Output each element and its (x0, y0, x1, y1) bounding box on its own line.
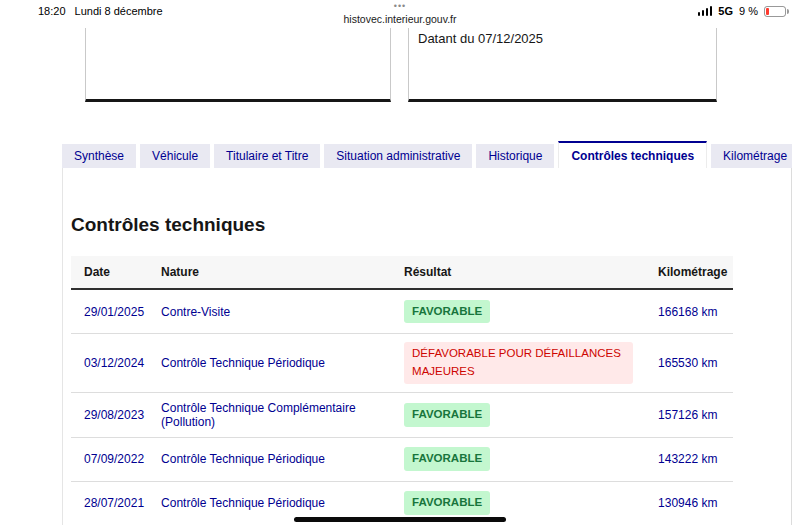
tab-bar: SynthèseVéhiculeTitulaire et TitreSituat… (62, 141, 792, 168)
network-type: 5G (718, 5, 733, 17)
header-date: Date (71, 257, 148, 287)
table-header-row: Date Nature Résultat Kilométrage (71, 256, 733, 290)
battery-percent: 9 % (739, 5, 758, 17)
tab-panel: Contrôles techniques Date Nature Résulta… (62, 168, 792, 525)
tab-label: Kilométrage (723, 149, 787, 163)
tab-situation-administrative[interactable]: Situation administrative (324, 144, 472, 168)
row-kilometrage: 157126 km (658, 408, 717, 422)
battery-icon (764, 6, 786, 17)
tab-historique[interactable]: Historique (476, 144, 554, 168)
status-right: 5G 9 % (698, 5, 786, 17)
row-nature: Contrôle Technique Périodique (161, 356, 325, 370)
result-badge: DÉFAVORABLE POUR DÉFAILLANCES MAJEURES (404, 342, 633, 384)
address-bar: ••• histovec.interieur.gouv.fr (343, 3, 456, 25)
row-kilometrage: 143222 km (658, 452, 717, 466)
row-nature: Contrôle Technique Périodique (161, 452, 325, 466)
document-card-right: Datant du 07/12/2025 (408, 28, 717, 102)
row-date: 28/07/2021 (84, 496, 144, 510)
row-date: 29/08/2023 (84, 408, 144, 422)
table-row: 03/12/2024 Contrôle Technique Périodique… (71, 334, 733, 393)
result-badge: FAVORABLE (404, 300, 490, 324)
document-date-text: Datant du 07/12/2025 (418, 31, 543, 46)
page-title: Contrôles techniques (71, 214, 791, 236)
tab-kilometrage[interactable]: Kilométrage (711, 144, 792, 168)
row-date: 29/01/2025 (84, 305, 144, 319)
tab-label: Véhicule (152, 149, 198, 163)
status-date: Lundi 8 décembre (75, 5, 163, 17)
result-badge: FAVORABLE (404, 403, 490, 427)
browser-menu-dots-icon[interactable]: ••• (394, 3, 406, 10)
tab-label: Situation administrative (336, 149, 460, 163)
row-date: 03/12/2024 (84, 356, 144, 370)
table-row: 29/01/2025 Contre-Visite FAVORABLE 16616… (71, 290, 733, 334)
table-row: 29/08/2023 Contrôle Technique Complément… (71, 393, 733, 438)
document-card-left (85, 28, 391, 102)
status-left: 18:20 Lundi 8 décembre (38, 5, 163, 17)
status-bar: 18:20 Lundi 8 décembre ••• histovec.inte… (0, 0, 800, 28)
tab-controles-techniques[interactable]: Contrôles techniques (558, 141, 707, 168)
row-nature: Contrôle Technique Complémentaire (Pollu… (161, 401, 356, 429)
tab-titulaire-et-titre[interactable]: Titulaire et Titre (214, 144, 320, 168)
cellular-signal-icon (698, 6, 713, 16)
tab-synthese[interactable]: Synthèse (62, 144, 136, 168)
tab-label: Historique (488, 149, 542, 163)
table-row: 07/09/2022 Contrôle Technique Périodique… (71, 438, 733, 482)
row-kilometrage: 166168 km (658, 305, 717, 319)
table-body: 29/01/2025 Contre-Visite FAVORABLE 16616… (71, 290, 733, 525)
url-text[interactable]: histovec.interieur.gouv.fr (343, 13, 456, 25)
header-kilometrage: Kilométrage (645, 257, 739, 287)
home-indicator[interactable] (294, 517, 506, 522)
row-nature: Contrôle Technique Périodique (161, 496, 325, 510)
tab-vehicule[interactable]: Véhicule (140, 144, 210, 168)
controles-table: Date Nature Résultat Kilométrage 29/01/2… (71, 256, 733, 525)
result-badge: FAVORABLE (404, 491, 490, 515)
row-date: 07/09/2022 (84, 452, 144, 466)
tab-label: Titulaire et Titre (226, 149, 308, 163)
result-badge: FAVORABLE (404, 447, 490, 471)
tab-label: Contrôles techniques (571, 149, 694, 163)
tab-label: Synthèse (74, 149, 124, 163)
row-kilometrage: 130946 km (658, 496, 717, 510)
row-kilometrage: 165530 km (658, 356, 717, 370)
header-resultat: Résultat (391, 257, 645, 287)
status-time: 18:20 (38, 5, 66, 17)
row-nature: Contre-Visite (161, 305, 230, 319)
header-nature: Nature (148, 257, 391, 287)
